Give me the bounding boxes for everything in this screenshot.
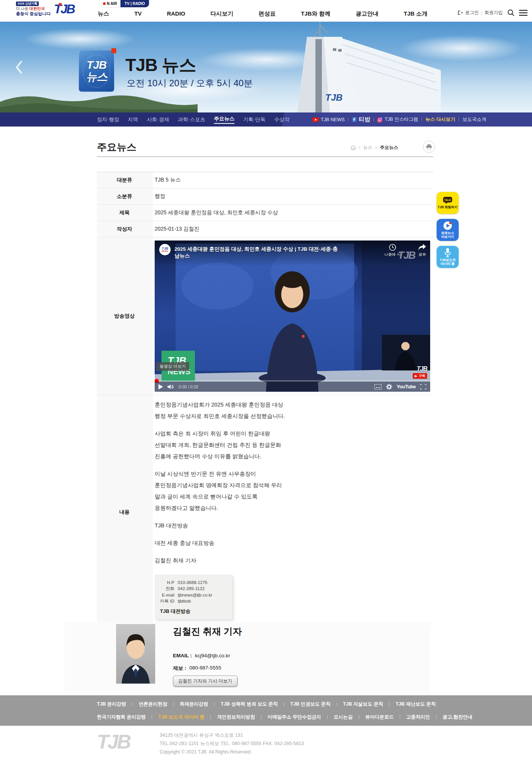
all-news-shortcut-button[interactable]: 전체뉴스바로가기	[437, 219, 459, 241]
table-row: 소분류 행정	[97, 188, 433, 205]
settings-gear-icon[interactable]	[386, 384, 392, 390]
onair-tabs[interactable]: N AIR TV | RADIO	[100, 0, 149, 7]
video-title[interactable]: 2025 세종대왕 훈민정음 대상, 최민호 세종시장 수상 | TJB 대전·…	[174, 244, 338, 260]
nav-item-ad[interactable]: 광고안내	[356, 10, 378, 17]
subnav-major-news[interactable]: 주요뉴스	[214, 116, 234, 124]
footer-link[interactable]: 광고,협찬안내	[443, 714, 472, 720]
nav-item-news[interactable]: 뉴스	[98, 10, 109, 17]
carousel-prev-icon[interactable]	[14, 60, 24, 75]
reporter-photo	[116, 624, 155, 684]
captions-icon[interactable]	[374, 384, 382, 389]
search-icon[interactable]	[507, 9, 515, 16]
subnav-society[interactable]: 사회·경제	[147, 116, 169, 123]
hamburger-menu-icon[interactable]	[519, 10, 527, 16]
footer-link[interactable]: 이메일주소 무단수집금지	[268, 714, 321, 720]
nav-item-replay[interactable]: 다시보기	[211, 10, 233, 17]
page-title: 주요뉴스	[97, 141, 136, 154]
cloud-decoration	[23, 28, 137, 49]
facebook-link[interactable]: 티밥	[352, 116, 370, 123]
mountain-scenery	[0, 89, 198, 112]
row-value: TJB 5 뉴스	[152, 172, 433, 188]
footer-link[interactable]: TJB 성폭력 범죄 보도 준칙	[221, 701, 278, 707]
microphone-icon	[445, 248, 451, 257]
youtube-icon	[312, 117, 319, 122]
subnav-exclusive[interactable]: 기획·단독	[243, 116, 266, 123]
brand-block[interactable]: 2025 신년기획 더 나은 대한민국 충청이 중심입니다 TJB	[16, 2, 74, 16]
table-row: 대분류 TJB 5 뉴스	[97, 172, 433, 188]
article-table: 대분류 TJB 5 뉴스 소분류 행정 제목 2025 세종대왕 훈민정음 대상…	[97, 172, 433, 630]
login-link[interactable]: 로그인	[465, 9, 479, 16]
nav-item-radio[interactable]: RADIO	[167, 10, 185, 17]
footer-link[interactable]: 개인정보처리방침	[217, 714, 255, 720]
footer-links-row2: 한국기자협회 윤리강령 TJB 보도국 데이터 룸 개인정보처리방침 이메일주소…	[97, 714, 472, 720]
footer-link[interactable]: TJB 재난보도 준칙	[396, 701, 436, 707]
instagram-link[interactable]: TJB 인스타그램	[377, 116, 418, 123]
footer-link-dataroom[interactable]: TJB 보도국 데이터 룸	[158, 714, 204, 720]
breadcrumb-current: 주요뉴스	[380, 144, 398, 151]
footer-tjb-logo: TJB	[97, 730, 130, 753]
footer-address: 34125 대전광역시 유성구 엑스포로 131	[160, 731, 304, 739]
clock-icon	[389, 244, 396, 251]
channel-corner-badge: TJB 구독	[413, 366, 427, 379]
youtube-player[interactable]: TJB NEWS TJBNEWS 2025 세종대왕 훈민정음 대상, 최민호 …	[155, 241, 430, 392]
subscribe-badge[interactable]: 구독	[413, 373, 427, 379]
footer-link[interactable]: 언론윤리헌장	[139, 701, 167, 707]
nav-item-with-tjb[interactable]: TJB와 함께	[301, 10, 331, 17]
live-dot-icon	[103, 2, 106, 5]
share-arrow-icon	[418, 244, 426, 251]
table-row: 작성자 2025-01-13 김철진	[97, 221, 433, 237]
join-link[interactable]: 회원가입	[484, 9, 503, 16]
youtube-link[interactable]: TJB NEWS	[312, 117, 345, 122]
footer-link[interactable]: 취재윤리강령	[180, 701, 208, 707]
kakao-chat-button[interactable]: TALK TJB 채팅하기	[437, 192, 459, 214]
nav-item-tv[interactable]: TV	[134, 10, 141, 17]
channel-avatar[interactable]: TJBNEWS	[159, 244, 171, 255]
footer-link[interactable]: 오시는길	[334, 714, 353, 720]
dataroom-button[interactable]: TJB보도국데이터 룸	[437, 246, 459, 268]
footer-link[interactable]: TJB 자살보도 준칙	[343, 701, 383, 707]
title-divider	[97, 157, 433, 157]
footer-link[interactable]: 고충처리인	[406, 714, 430, 720]
footer-link[interactable]: TJB 윤리강령	[97, 701, 126, 707]
table-row-video: 방송영상	[97, 237, 433, 395]
row-label: 작성자	[97, 221, 152, 237]
paragraph: 사업회 측은 최 시장이 취임 후 어린이 한글대왕 선발대회 개최, 한글문화…	[155, 428, 433, 462]
more-videos-label[interactable]: 동영상 더보기	[156, 362, 189, 371]
reporter-more-articles-button[interactable]: 김철진 기자의 기사 더보기	[173, 676, 238, 687]
breadcrumb-news[interactable]: 뉴스	[363, 144, 372, 151]
onair-live-tab[interactable]: N AIR	[100, 0, 120, 7]
contact-company: TJB 대전방송	[160, 608, 227, 615]
row-value: 행정	[152, 188, 433, 204]
subnav-awards[interactable]: 수상작	[274, 116, 290, 123]
volume-icon[interactable]	[168, 384, 174, 389]
reporter-profile: 김철진 취재 기자 EMAIL :kcj94@tjb.co.kr 제보 :080…	[65, 622, 429, 694]
subnav-region[interactable]: 지역	[128, 116, 138, 123]
footer-link[interactable]: 뷰어다운로드	[365, 714, 394, 720]
footer-link[interactable]: 한국기자협회 윤리강령	[97, 714, 146, 720]
fullscreen-icon[interactable]	[420, 384, 426, 389]
tv-radio-tab[interactable]: TV | RADIO	[120, 0, 149, 7]
nav-item-about[interactable]: TJB 소개	[404, 10, 428, 17]
paragraph: TJB 대전방송	[155, 520, 433, 531]
reporter-contact-card: H.P010-3688-1275 전화042-285-1122 E-mailtj…	[155, 574, 232, 619]
tjb-logo[interactable]: TJB	[54, 3, 74, 15]
footer-link[interactable]: TJB 인권보도 준칙	[290, 701, 331, 707]
subnav-science-sports[interactable]: 과학·스포츠	[178, 116, 205, 123]
paragraph: 대전 세종 충남 대표방송	[155, 537, 433, 549]
play-button-icon[interactable]	[158, 384, 163, 389]
top-header: 2025 신년기획 더 나은 대한민국 충청이 중심입니다 TJB N AIR …	[0, 0, 532, 22]
share-button[interactable]: 공유	[418, 244, 426, 257]
nav-item-schedule[interactable]: 편성표	[258, 10, 276, 17]
home-icon[interactable]	[351, 146, 356, 150]
video-controls: 0:00 / 0:32 YouTube	[155, 381, 430, 392]
facebook-icon	[352, 117, 357, 122]
youtube-wordmark[interactable]: YouTube	[397, 384, 416, 389]
watch-later-button[interactable]: 나중에 시	[384, 244, 401, 257]
print-button[interactable]	[423, 141, 435, 153]
newsroom-intro-link[interactable]: 보도국소개	[462, 116, 486, 123]
subnav-politics[interactable]: 정치·행정	[97, 116, 119, 123]
slogan-line1: 더 나은 대한민국	[16, 6, 51, 11]
footer-tel: TEL.042-281-1101 뉴스제보 TEL. 080-987-5555 …	[160, 739, 304, 748]
news-replay-link[interactable]: 뉴스 다시보기	[425, 116, 455, 123]
account-area: 로그인 | 회원가입	[458, 9, 527, 16]
